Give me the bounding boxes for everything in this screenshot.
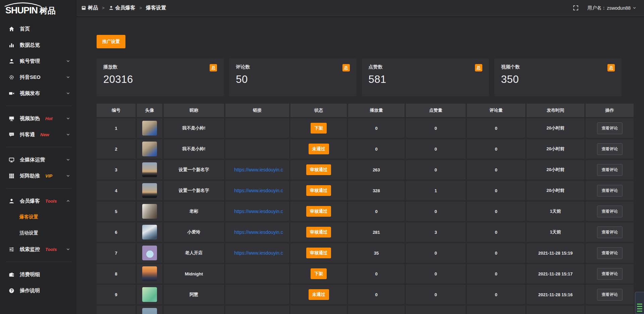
- view-comments-button[interactable]: 查看评论: [597, 122, 623, 134]
- topbar-right: 用户名：zswodun88: [573, 5, 637, 11]
- cell-likes: 0: [406, 202, 466, 221]
- cell-action: 查看评论: [586, 285, 634, 304]
- cell-likes: 3: [406, 222, 466, 242]
- column-header-操作: 操作: [586, 104, 634, 117]
- cell-action: 查看评论: [586, 181, 634, 200]
- sidebar-item-badge: VIP: [45, 173, 52, 178]
- cell-avatar: [137, 264, 162, 283]
- status-badge[interactable]: 审核通过: [306, 185, 331, 196]
- sidebar-item-视频加热[interactable]: 视频加热Hot: [0, 110, 76, 126]
- cell-comments: 0: [467, 160, 525, 179]
- view-comments-button[interactable]: 查看评论: [597, 206, 623, 217]
- breadcrumb-item-会员爆客[interactable]: 会员爆客: [109, 5, 136, 11]
- chevron-down-icon: [66, 75, 70, 80]
- view-comments-button[interactable]: 查看评论: [597, 164, 623, 176]
- chevron-down-icon: [66, 157, 70, 162]
- sidebar-item-label: 线索监控: [20, 246, 40, 253]
- sidebar-item-矩阵助推[interactable]: 矩阵助推VIP: [0, 168, 76, 184]
- stat-card-视频个数: 视频个数总350: [494, 58, 622, 96]
- chevron-up-icon: [66, 199, 70, 203]
- sidebar-subitem-爆客设置[interactable]: 爆客设置: [0, 209, 76, 225]
- view-comments-button[interactable]: 查看评论: [597, 247, 623, 259]
- sidebar-item-label: 会员爆客: [20, 198, 40, 204]
- status-badge[interactable]: 下架: [311, 268, 327, 279]
- video-link[interactable]: https://www.iesdouyin.c: [234, 209, 283, 214]
- status-badge[interactable]: 审核通过: [306, 206, 331, 217]
- cell-nickname: 设置一个新名字: [164, 181, 224, 200]
- sidebar-item-抖音SEO[interactable]: 抖音SEO: [0, 69, 76, 85]
- username-value: zswodun88: [607, 5, 631, 11]
- sidebar-item-消费明细[interactable]: 消费明细: [0, 266, 76, 282]
- logo-arc-icon: [4, 2, 42, 7]
- total-badge: 总: [210, 64, 217, 71]
- avatar: [142, 121, 157, 136]
- status-badge[interactable]: 下架: [311, 123, 327, 134]
- sidebar-menu: 首页数据总览账号管理抖音SEO视频发布视频加热Hot抖客通New全媒体运营矩阵助…: [0, 21, 76, 299]
- status-badge[interactable]: 审核通过: [306, 227, 331, 238]
- cell-comments: 0: [467, 118, 525, 138]
- sidebar-item-全媒体运营[interactable]: 全媒体运营: [0, 152, 76, 168]
- sidebar-item-label: 首页: [20, 26, 30, 32]
- sidebar-item-会员爆客[interactable]: 会员爆客Tools: [0, 193, 76, 209]
- cell-id: 10: [97, 306, 136, 314]
- video-link[interactable]: https://www.iesdouyin.c: [234, 250, 283, 256]
- avatar: [142, 204, 157, 219]
- cell-link: https://www.iesdouyin.c: [225, 222, 289, 242]
- view-comments-button[interactable]: 查看评论: [597, 143, 623, 155]
- status-badge[interactable]: 未通过: [309, 289, 329, 300]
- cell-likes: 0: [406, 264, 466, 283]
- sidebar-item-label: 抖音SEO: [20, 74, 41, 81]
- table-row: 4设置一个新名字https://www.iesdouyin.c审核通过32810…: [97, 181, 634, 200]
- main-content: 推广设置 播放数总20316评论数总50点赞数总581视频个数总350 编号头像…: [76, 16, 644, 314]
- screen-play-icon: [9, 116, 14, 121]
- stat-value: 581: [369, 73, 482, 86]
- status-badge[interactable]: 未通过: [309, 144, 329, 154]
- status-badge[interactable]: 审核通过: [306, 248, 331, 258]
- avatar: [142, 225, 157, 240]
- column-header-昵称: 昵称: [164, 104, 224, 117]
- cell-plays: 0: [348, 118, 405, 138]
- view-comments-button[interactable]: 查看评论: [597, 185, 623, 197]
- cell-comments: [467, 306, 525, 314]
- floating-widget[interactable]: [635, 292, 644, 314]
- status-badge[interactable]: 审核通过: [306, 164, 331, 175]
- sidebar-item-操作说明[interactable]: ?操作说明: [0, 282, 76, 299]
- sidebar-item-账号管理[interactable]: 账号管理: [0, 53, 76, 69]
- sidebar-item-线索监控[interactable]: 线索监控Tools: [0, 241, 76, 257]
- table-row: 2我不是小帅!未通过00020小时前查看评论: [97, 139, 634, 159]
- view-comments-button[interactable]: 查看评论: [597, 289, 623, 301]
- chevron-down-icon: [632, 6, 637, 10]
- user-menu[interactable]: 用户名：zswodun88: [587, 5, 637, 11]
- breadcrumb-label: 树品: [88, 5, 98, 11]
- widget-bars-icon: [635, 302, 644, 312]
- sidebar-subitem-活动设置[interactable]: 活动设置: [0, 225, 76, 241]
- stat-card-播放数: 播放数总20316: [97, 58, 224, 96]
- video-link[interactable]: https://www.iesdouyin.c: [234, 167, 283, 172]
- sidebar-item-抖客通[interactable]: 抖客通New: [0, 126, 76, 143]
- cell-status: 审核通过: [290, 181, 347, 200]
- sidebar-item-数据总览[interactable]: 数据总览: [0, 37, 76, 53]
- chevron-down-icon: [66, 173, 70, 178]
- cell-avatar: [137, 222, 162, 242]
- breadcrumb-item-树品[interactable]: 树品: [81, 5, 98, 11]
- cell-publish-time: 20小时前: [527, 181, 584, 200]
- cell-link: https://www.iesdouyin.c: [225, 243, 289, 263]
- sidebar-item-首页[interactable]: 首页: [0, 21, 76, 37]
- cell-avatar: [137, 202, 162, 221]
- table-row: 1我不是小帅!下架00020小时前查看评论: [97, 118, 634, 138]
- promotion-settings-button[interactable]: 推广设置: [97, 35, 125, 48]
- breadcrumb: 树品>会员爆客>爆客设置: [81, 5, 166, 11]
- video-link[interactable]: https://www.iesdouyin.c: [234, 229, 283, 235]
- view-comments-button[interactable]: 查看评论: [597, 226, 623, 238]
- fullscreen-icon[interactable]: [573, 5, 579, 11]
- stat-card-评论数: 评论数总50: [229, 58, 356, 96]
- sidebar-item-视频发布[interactable]: 视频发布: [0, 85, 76, 101]
- view-comments-button[interactable]: 查看评论: [597, 268, 623, 280]
- video-link[interactable]: https://www.iesdouyin.c: [234, 188, 283, 193]
- breadcrumb-label: 会员爆客: [115, 5, 136, 11]
- avatar: [142, 142, 157, 156]
- menu-divider: [6, 106, 72, 106]
- column-header-链接: 链接: [225, 104, 289, 117]
- breadcrumb-item-爆客设置[interactable]: 爆客设置: [146, 5, 166, 11]
- stat-cards: 播放数总20316评论数总50点赞数总581视频个数总350: [97, 58, 622, 96]
